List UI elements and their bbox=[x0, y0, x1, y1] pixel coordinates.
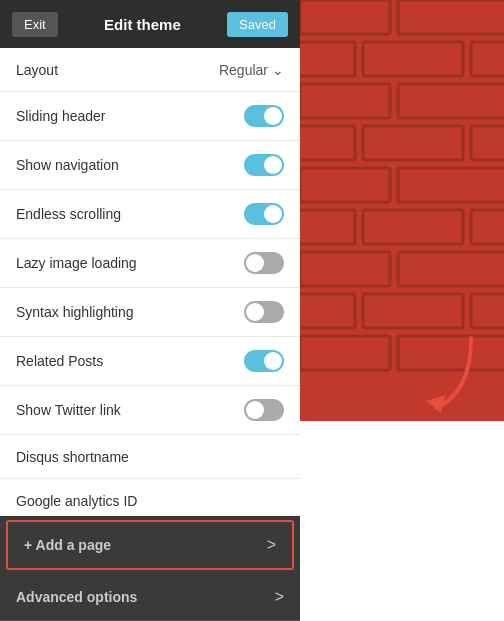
svg-rect-17 bbox=[398, 252, 504, 286]
setting-row-google-analytics-id: Google analytics ID bbox=[0, 479, 300, 516]
svg-rect-3 bbox=[300, 42, 355, 76]
setting-label-related-posts: Related Posts bbox=[16, 353, 103, 369]
saved-button[interactable]: Saved bbox=[227, 12, 288, 37]
svg-rect-16 bbox=[300, 252, 390, 286]
layout-select[interactable]: Regular ⌄ bbox=[219, 62, 284, 78]
settings-list: Layout Regular ⌄ Sliding header Show nav… bbox=[0, 48, 300, 516]
svg-rect-2 bbox=[398, 0, 504, 34]
chevron-right-icon: > bbox=[267, 536, 276, 554]
chevron-down-icon: ⌄ bbox=[272, 62, 284, 78]
toggle-lazy-image-loading[interactable] bbox=[244, 252, 284, 274]
toggle-show-twitter-link[interactable] bbox=[244, 399, 284, 421]
advanced-options-label: Advanced options bbox=[16, 589, 137, 605]
chevron-right-icon-2: > bbox=[275, 588, 284, 606]
layout-value: Regular bbox=[219, 62, 268, 78]
svg-rect-14 bbox=[363, 210, 463, 244]
svg-rect-13 bbox=[300, 210, 355, 244]
svg-rect-20 bbox=[471, 294, 504, 328]
svg-rect-15 bbox=[471, 210, 504, 244]
toggle-endless-scrolling[interactable] bbox=[244, 203, 284, 225]
svg-rect-8 bbox=[300, 126, 355, 160]
setting-row-endless-scrolling: Endless scrolling bbox=[0, 190, 300, 239]
panel-header: Exit Edit theme Saved bbox=[0, 0, 300, 48]
svg-rect-19 bbox=[363, 294, 463, 328]
exit-button[interactable]: Exit bbox=[12, 12, 58, 37]
setting-row-show-navigation: Show navigation bbox=[0, 141, 300, 190]
add-page-button[interactable]: + Add a page > bbox=[6, 520, 294, 570]
svg-rect-10 bbox=[471, 126, 504, 160]
arrow-indicator bbox=[416, 333, 486, 426]
setting-label-show-twitter-link: Show Twitter link bbox=[16, 402, 121, 418]
setting-row-layout: Layout Regular ⌄ bbox=[0, 48, 300, 92]
svg-rect-6 bbox=[300, 84, 390, 118]
setting-row-lazy-image-loading: Lazy image loading bbox=[0, 239, 300, 288]
toggle-related-posts[interactable] bbox=[244, 350, 284, 372]
svg-rect-4 bbox=[363, 42, 463, 76]
setting-label-google-analytics-id: Google analytics ID bbox=[16, 493, 137, 509]
setting-row-show-twitter-link: Show Twitter link bbox=[0, 386, 300, 435]
setting-label-endless-scrolling: Endless scrolling bbox=[16, 206, 121, 222]
setting-label-syntax-highlighting: Syntax highlighting bbox=[16, 304, 134, 320]
svg-rect-5 bbox=[471, 42, 504, 76]
setting-label-lazy-image-loading: Lazy image loading bbox=[16, 255, 137, 271]
white-area bbox=[300, 421, 504, 621]
toggle-show-navigation[interactable] bbox=[244, 154, 284, 176]
setting-label-layout: Layout bbox=[16, 62, 58, 78]
panel-title: Edit theme bbox=[104, 16, 181, 33]
setting-row-sliding-header: Sliding header bbox=[0, 92, 300, 141]
input-google-analytics-id[interactable] bbox=[164, 493, 284, 509]
toggle-sliding-header[interactable] bbox=[244, 105, 284, 127]
setting-label-disqus-shortname: Disqus shortname bbox=[16, 449, 129, 465]
svg-rect-1 bbox=[300, 0, 390, 34]
settings-panel: Exit Edit theme Saved Layout Regular ⌄ S… bbox=[0, 0, 300, 621]
setting-label-sliding-header: Sliding header bbox=[16, 108, 106, 124]
svg-rect-21 bbox=[300, 336, 390, 370]
input-disqus-shortname[interactable] bbox=[164, 449, 284, 465]
svg-rect-9 bbox=[363, 126, 463, 160]
svg-rect-18 bbox=[300, 294, 355, 328]
add-page-label: + Add a page bbox=[24, 537, 111, 553]
setting-row-related-posts: Related Posts bbox=[0, 337, 300, 386]
setting-row-disqus-shortname: Disqus shortname bbox=[0, 435, 300, 479]
svg-marker-23 bbox=[426, 395, 446, 413]
right-panel bbox=[300, 0, 504, 621]
panel-footer: + Add a page > Advanced options > bbox=[0, 516, 300, 621]
svg-rect-7 bbox=[398, 84, 504, 118]
toggle-syntax-highlighting[interactable] bbox=[244, 301, 284, 323]
setting-row-syntax-highlighting: Syntax highlighting bbox=[0, 288, 300, 337]
svg-rect-12 bbox=[398, 168, 504, 202]
svg-rect-11 bbox=[300, 168, 390, 202]
advanced-options-button[interactable]: Advanced options > bbox=[0, 574, 300, 621]
setting-label-show-navigation: Show navigation bbox=[16, 157, 119, 173]
